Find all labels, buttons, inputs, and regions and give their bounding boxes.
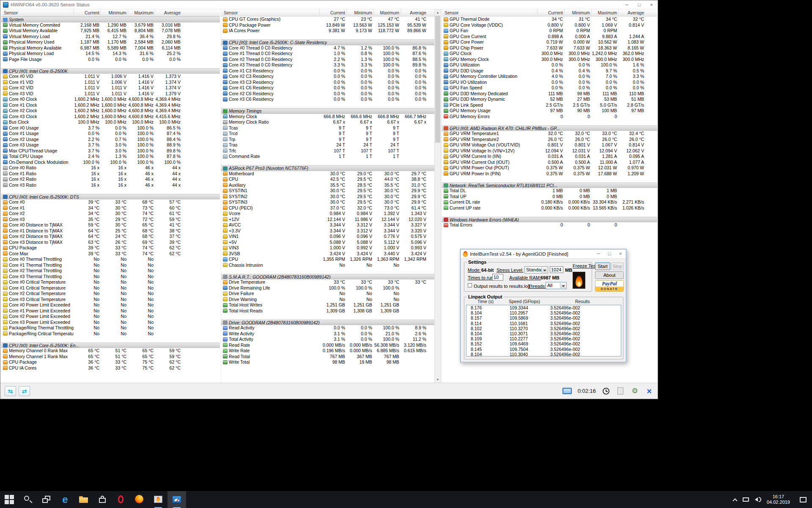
sensor-row[interactable]: SYSTIN230.0 °C29.5 °C30.0 °C29.9 °C — [221, 194, 434, 200]
sensor-row[interactable]: Core #3 VID1.011 V1.011 V1.416 V1.379 V — [1, 91, 220, 97]
ibt-maximize-button[interactable]: □ — [604, 249, 615, 258]
sensor-row[interactable]: GPU VRM Voltage In (VIN/+12V)12.094 V12.… — [442, 148, 657, 154]
taskbar-clock[interactable]: 16:17 04.02.2019 — [763, 491, 794, 508]
sensor-row[interactable]: +12V12.144 V11.986 V12.144 V12.020 V — [221, 217, 434, 223]
sensor-row[interactable]: Core #039 °C33 °C68 °C57 °C — [1, 199, 220, 205]
sensor-row[interactable]: GPU D3D Memory Dedicated111 MB99 MB111 M… — [442, 91, 657, 97]
action-center-button[interactable] — [794, 491, 812, 508]
report-button[interactable] — [616, 386, 625, 396]
sensor-row[interactable]: +3.3V3.344 V3.312 V3.344 V3.320 V — [221, 228, 434, 234]
sensor-row[interactable]: CPU Package36 °C33 °C75 °C62 °C — [1, 359, 220, 365]
sensor-row[interactable]: Core #1 Ratio16 x16 x46 x44 x — [1, 171, 220, 177]
sensor-row[interactable]: Chassis IntrusionNoNoNo — [221, 262, 434, 268]
sensor-row[interactable]: CPU IA Cores36 °C33 °C75 °C62 °C — [1, 365, 220, 371]
sensor-row[interactable]: Core #0 Critical TemperatureNoNoNo — [1, 279, 220, 285]
sensor-row[interactable]: Total DL1 MB0 MB1 MB — [442, 188, 657, 194]
sensor-row[interactable]: Core #335 °C29 °C72 °C59 °C — [1, 217, 220, 223]
section-header[interactable]: Network: RealTek Semiconductor RTL8168/8… — [442, 182, 657, 188]
clock-button[interactable] — [602, 386, 610, 396]
sensor-row[interactable]: VIN10.096 V0.096 V0.776 V0.575 V — [221, 234, 434, 240]
sensor-row[interactable]: GPU Memory Clock300.0 MHz300.0 MHz300.0 … — [442, 57, 657, 63]
sensor-row[interactable]: Core #3 Thermal ThrottlingNoNoNo — [1, 274, 220, 280]
sensor-row[interactable]: Total CPU Usage2.4 %1.3 %100.0 %87.8 % — [1, 154, 220, 160]
sensor-row[interactable]: Read Total767 MB367 MB767 MB — [221, 354, 434, 360]
sensor-row[interactable]: CPU GT Cores (Graphics)27 °C23 °C47 °C41… — [221, 17, 434, 22]
output-log-checkbox[interactable] — [468, 283, 472, 287]
sensor-row[interactable]: Core #134 °C30 °C73 °C60 °C — [1, 205, 220, 211]
sensor-row[interactable]: SYSTIN330.0 °C29.5 °C30.0 °C29.9 °C — [221, 199, 434, 205]
section-header[interactable]: CPU [#0]: Intel Core i5-2500K: DTS — [1, 194, 220, 200]
sensor-row[interactable]: Core #2 Usage2.2 %0.7 %100.0 %88.4 % — [1, 137, 220, 143]
sensor-row[interactable]: Tcas9 T9 T9 T — [221, 125, 434, 131]
taskbar-item-file-explorer[interactable] — [74, 491, 93, 508]
sensor-row[interactable]: Core #3 C6 Residency0.0 %0.0 %0.0 %0.0 % — [221, 97, 434, 102]
sensor-row[interactable]: Core #0 Thermal ThrottlingNoNoNo — [1, 257, 220, 262]
sensor-row[interactable]: GPU Utilization0.0 %0.0 %100.0 %1.6 % — [442, 62, 657, 68]
vertical-scrollbar[interactable]: ▲ ▼ — [434, 9, 441, 383]
taskbar-item-store[interactable] — [93, 491, 112, 508]
sensor-row[interactable]: GPU I/O Utilization0.0 %0.0 %0.0 %0.0 % — [442, 80, 657, 86]
sensor-row[interactable]: Core #3 Distance to TjMAX63 °C26 °C69 °C… — [1, 240, 220, 246]
sensor-row[interactable]: Write Rate0.196 MB/s0.000 MB/s6.885 MB/s… — [221, 348, 434, 354]
sensor-row[interactable]: CPU1,355 RPM1,326 RPM1,363 RPM1,342 RPM — [221, 257, 434, 262]
sensor-row[interactable]: Core #2 C6 Residency0.0 %0.0 %0.0 %0.0 % — [221, 91, 434, 97]
sensor-row[interactable]: 3VSB3.424 V3.424 V3.440 V3.424 V — [221, 251, 434, 257]
sensor-row[interactable]: Core #0 Power Limit ExceededNoNoNo — [1, 302, 220, 308]
sensor-row[interactable]: Core #1 Thermal ThrottlingNoNoNo — [1, 262, 220, 268]
sensor-row[interactable]: Trp9 T9 T9 T — [221, 137, 434, 143]
sensor-row[interactable]: GPU VRM Temperature132.0 °C32.0 °C33.0 °… — [442, 131, 657, 137]
sensor-row[interactable]: Core #2 Ratio16 x16 x46 x44 x — [1, 177, 220, 182]
sensor-row[interactable]: Core #0 Ratio16 x16 x46 x44 x — [1, 165, 220, 171]
sensor-row[interactable]: Core #2 Clock1,600.2 MHz1,600.0 MHz4,600… — [1, 108, 220, 114]
sensor-row[interactable]: GPU VRM Current In (IIN)0.031 A0.031 A1.… — [442, 154, 657, 160]
taskbar-item-firefox[interactable] — [130, 491, 149, 508]
sensor-row[interactable]: Core #2 Distance to TjMAX64 °C24 °C68 °C… — [1, 234, 220, 240]
sensor-row[interactable]: GPU Fan Speed0.0 %0.0 %0.0 %0.0 % — [442, 85, 657, 91]
taskbar-item-task-view[interactable] — [37, 491, 56, 508]
sensor-row[interactable]: Drive FailureNoNoNo — [221, 291, 434, 297]
scroll-down-button[interactable]: ▼ — [435, 376, 441, 383]
sensor-row[interactable]: Core #2 C3 Residency0.0 %0.0 %0.0 %0.0 % — [221, 74, 434, 80]
output-list[interactable]: 8.176109.33443.526496e-0028.104110.29573… — [466, 305, 621, 356]
sensor-row[interactable]: Read Activity0.0 %0.0 %100.0 %8.9 % — [221, 325, 434, 331]
sensor-row[interactable]: GPU Core Power0.719 W0.000 W10.562 W1.08… — [442, 39, 657, 45]
section-header[interactable]: CPU [#0]: Intel Core i5-2500K: C-State R… — [221, 39, 434, 45]
sensor-row[interactable]: Auxiliary35.5 °C28.5 °C35.5 °C31.0 °C — [221, 182, 434, 188]
settings-button[interactable]: ⚙ — [631, 386, 639, 396]
sensor-row[interactable]: GPU VRM Voltage Out (VOUT/VID)0.801 V0.8… — [442, 142, 657, 148]
sensor-row[interactable]: GPU Chip Power7.633 W7.633 W18.363 W8.16… — [442, 45, 657, 51]
tray-network-icon[interactable] — [741, 491, 752, 508]
sensor-row[interactable]: GPU Memory Errors000 — [442, 114, 657, 120]
minimize-button[interactable]: ─ — [621, 0, 633, 9]
sensor-row[interactable]: Memory Clock666.8 MHz666.6 MHz666.8 MHz6… — [221, 114, 434, 120]
sensor-row[interactable]: Core #3 Critical TemperatureNoNoNo — [1, 297, 220, 303]
sensor-row[interactable]: Core #2 Thread 0 C0 Residency2.2 %1.3 %1… — [221, 57, 434, 63]
sensor-row[interactable]: Physical Memory Load14.5 %14.3 %31.6 %25… — [1, 51, 220, 57]
sensor-row[interactable]: GPU D3D Usage0.4 %0.4 %9.7 %0.5 % — [442, 68, 657, 74]
sensors-close-button[interactable]: × — [645, 386, 653, 396]
sensor-row[interactable]: Vcore0.984 V0.984 V1.392 V1.343 V — [221, 211, 434, 217]
scrollbar-thumb[interactable] — [435, 16, 440, 143]
sensor-row[interactable]: CPU42.5 °C29.5 °C44.0 °C38.8 °C — [221, 177, 434, 182]
sensor-row[interactable]: Tras24 T24 T24 T — [221, 142, 434, 148]
sensor-row[interactable]: CPU Package Power13.849 W13.563 W125.153… — [221, 22, 434, 28]
sensor-row[interactable]: Core #2 Critical TemperatureNoNoNo — [1, 291, 220, 297]
sensor-row[interactable]: GPU Core Current0.898 A0.000 A9.883 A1.2… — [442, 34, 657, 40]
sensor-row[interactable]: Core #2 VID1.011 V1.011 V1.416 V1.374 V — [1, 85, 220, 91]
sensor-row[interactable]: Total Activity3.1 %0.0 %100.0 %11.2 % — [221, 337, 434, 342]
section-header[interactable]: S.M.A.R.T.: GOODRAM (2B480783160B0098914… — [221, 274, 434, 280]
taskbar-item-hwinfo[interactable] — [167, 491, 186, 508]
sensor-row[interactable]: Core #3 Power Limit ExceededNoNoNo — [1, 320, 220, 326]
sensor-settings-button[interactable] — [562, 386, 572, 396]
sensor-row[interactable]: Drive Remaining Life100.0 %100.0 %100.0 … — [221, 285, 434, 291]
page-forward-button[interactable]: ⇄ — [19, 386, 30, 396]
sensor-row[interactable]: Core #1 Critical TemperatureNoNoNo — [1, 285, 220, 291]
sensor-row[interactable]: CPU (PECI)37.0 °C32.0 °C73.0 °C61.4 °C — [221, 205, 434, 211]
sensor-row[interactable]: Core #2 Power Limit ExceededNoNoNo — [1, 314, 220, 320]
threads-select[interactable]: All — [546, 282, 567, 289]
taskbar-item-start[interactable] — [0, 491, 19, 508]
times-to-run-input[interactable] — [492, 274, 503, 281]
mode-link[interactable]: Mode: — [468, 268, 481, 273]
sensor-row[interactable]: Core #3 Clock1,600.2 MHz1,600.0 MHz4,600… — [1, 114, 220, 120]
sensor-row[interactable]: Core #3 C3 Residency0.0 %0.0 %0.0 %0.0 % — [221, 80, 434, 86]
